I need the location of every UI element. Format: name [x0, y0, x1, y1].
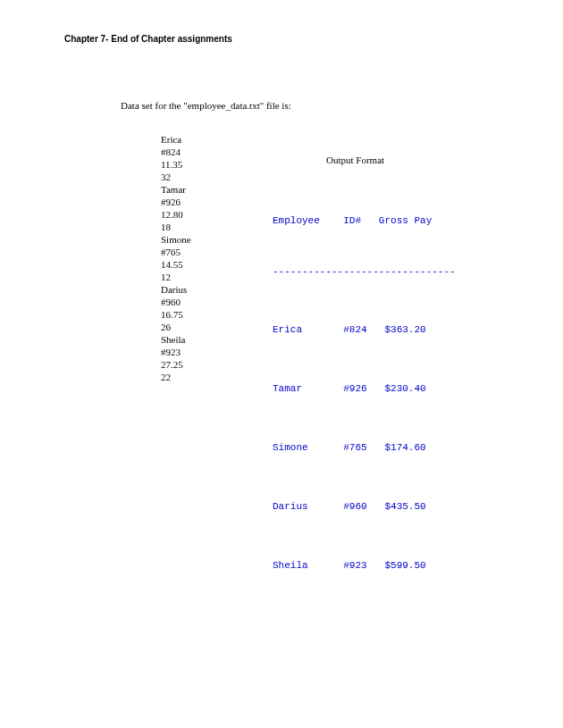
table-row: Sheila #923 $599.50 — [273, 556, 456, 575]
data-line: 12 — [161, 271, 191, 283]
data-list: Erica #824 11.35 32 Tamar #926 12.80 18 … — [161, 133, 191, 383]
data-line: Darius — [161, 283, 191, 296]
cell-pay: $174.60 — [384, 442, 425, 453]
cell-pay: $599.50 — [384, 560, 425, 571]
header-id: ID# — [343, 215, 361, 226]
divider: ------------------------------- — [273, 266, 456, 277]
data-line: Sheila — [161, 333, 191, 346]
output-header: Employee ID# Gross Pay — [273, 214, 456, 227]
subtitle: Data set for the "employee_data.txt" fil… — [121, 100, 291, 111]
cell-id: #765 — [343, 442, 366, 453]
data-line: #926 — [161, 196, 191, 208]
header-pay: Gross Pay — [379, 215, 432, 226]
data-line: #923 — [161, 346, 191, 358]
output-title: Output Format — [326, 155, 384, 165]
cell-employee: Erica — [273, 324, 302, 335]
page-title: Chapter 7- End of Chapter assignments — [64, 34, 232, 44]
cell-pay: $230.40 — [384, 383, 425, 394]
data-line: Simone — [161, 233, 191, 246]
data-line: #960 — [161, 296, 191, 308]
cell-id: #923 — [343, 560, 366, 571]
cell-id: #960 — [343, 501, 366, 512]
data-line: 11.35 — [161, 158, 191, 171]
cell-employee: Darius — [273, 501, 308, 512]
output-table: Employee ID# Gross Pay -----------------… — [273, 175, 456, 595]
data-line: 12.80 — [161, 208, 191, 221]
cell-pay: $435.50 — [384, 501, 425, 512]
table-row: Erica #824 $363.20 — [273, 320, 456, 339]
cell-employee: Sheila — [273, 560, 308, 571]
cell-pay: $363.20 — [384, 324, 425, 335]
data-line: 16.75 — [161, 308, 191, 321]
header-employee: Employee — [273, 215, 320, 226]
cell-id: #824 — [343, 324, 366, 335]
data-line: Tamar — [161, 183, 191, 196]
cell-id: #926 — [343, 383, 366, 394]
data-line: #824 — [161, 146, 191, 158]
data-line: 14.55 — [161, 258, 191, 271]
cell-employee: Simone — [273, 442, 308, 453]
table-row: Tamar #926 $230.40 — [273, 379, 456, 398]
data-line: 22 — [161, 371, 191, 383]
data-line: #765 — [161, 246, 191, 258]
cell-employee: Tamar — [273, 383, 302, 394]
data-line: 18 — [161, 221, 191, 233]
table-row: Darius #960 $435.50 — [273, 497, 456, 516]
data-line: 27.25 — [161, 358, 191, 371]
data-line: 26 — [161, 321, 191, 333]
data-line: Erica — [161, 133, 191, 146]
table-row: Simone #765 $174.60 — [273, 438, 456, 457]
data-line: 32 — [161, 171, 191, 183]
